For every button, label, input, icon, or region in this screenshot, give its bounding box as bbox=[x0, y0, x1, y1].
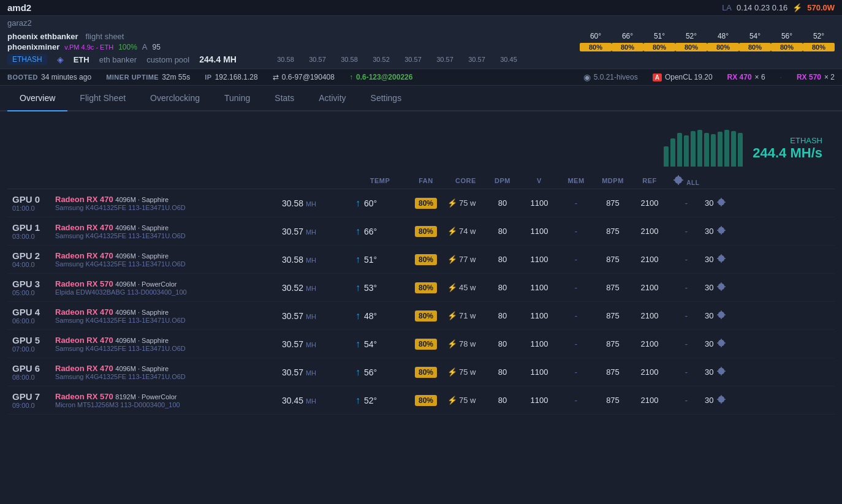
gpu-watt-cell: ⚡ 75 w bbox=[447, 367, 484, 377]
version-net: 0.6-123@200226 bbox=[356, 73, 412, 81]
gpu-mdpm-cell: - bbox=[668, 227, 705, 236]
gpu-temp-cell: ↑ 53° bbox=[355, 282, 404, 293]
gpu-settings-icon[interactable] bbox=[717, 339, 726, 349]
gpu-temp-cell: ↑ 51° bbox=[355, 254, 404, 265]
gpu-settings-icon[interactable] bbox=[717, 310, 726, 321]
total-hashrate: 244.4 MH bbox=[199, 55, 237, 64]
gpu-mem-v-cell: 2100 bbox=[631, 198, 668, 208]
rig-section: garaz2 phoenix ethbanker flight sheet 60… bbox=[0, 16, 842, 69]
uptime-item: MINER UPTIME 32m 55s bbox=[106, 73, 190, 81]
gpu-v-dpm-cell: - bbox=[558, 311, 594, 320]
phoenixminer-row: phoenixminer v.PM 4.9c - ETH 100% A 95 8… bbox=[0, 42, 842, 53]
gpu-id-cell: GPU 2 04:00.0 bbox=[12, 250, 55, 268]
eth-label: ETH bbox=[74, 55, 89, 64]
gpu-temp-cell: ↑ 48° bbox=[355, 310, 404, 322]
gpu-mh-0: 30.58 bbox=[270, 56, 302, 63]
gpu-id-cell: GPU 0 01:00.0 bbox=[12, 194, 55, 212]
gpu-temp-2: 51° bbox=[643, 31, 675, 41]
gpu-fan-badge-3: 80% bbox=[675, 43, 707, 51]
gpu-mh-cell: 30.58 MH bbox=[282, 198, 355, 208]
col-mdpm: MDPM bbox=[594, 177, 631, 184]
uptime-label: MINER UPTIME bbox=[106, 73, 159, 81]
booted-label: BOOTED bbox=[7, 73, 38, 81]
chart-bar-9 bbox=[724, 130, 729, 167]
gpu-fan-badge-5: 80% bbox=[739, 43, 771, 51]
gpu-mh-cell: 30.58 MH bbox=[282, 255, 355, 265]
chart-bar-5 bbox=[697, 130, 702, 167]
booted-val: 34 minutes ago bbox=[41, 73, 91, 81]
gpu-temp-cell: ↑ 60° bbox=[355, 198, 404, 209]
gpu-temp-6: 56° bbox=[771, 31, 803, 41]
gpu-watt-cell: ⚡ 75 w bbox=[447, 396, 484, 405]
gpu-mem-label: Elpida EDW4032BABG 113-D0003400_100 bbox=[55, 288, 282, 296]
tab-activity[interactable]: Activity bbox=[306, 86, 358, 111]
gpu-v-dpm-cell: - bbox=[558, 198, 594, 208]
gpu-mdpm-cell: - bbox=[668, 283, 705, 292]
rig-name-title: amd2 bbox=[7, 2, 31, 13]
gpu-mem-v-cell: 2100 bbox=[631, 255, 668, 264]
ip-item: IP 192.168.1.28 bbox=[205, 73, 257, 81]
hiveos-item: ◉ 5.0.21-hiveos bbox=[583, 72, 638, 82]
gpu-settings-icon[interactable] bbox=[717, 282, 726, 293]
gpu-mdpm-cell: - bbox=[668, 339, 705, 348]
gpu-mem-v-cell: 2100 bbox=[631, 339, 668, 348]
gpu-ref-cell: 30 bbox=[705, 395, 741, 405]
col-settings-all[interactable]: all bbox=[668, 175, 705, 186]
miner-full-name: phoenixminer bbox=[7, 42, 59, 51]
gpu-dpm-cell: 1100 bbox=[521, 339, 558, 348]
gpu-settings-icon[interactable] bbox=[717, 198, 726, 208]
table-row: GPU 5 07:00.0 Radeon RX 470 4096M · Sapp… bbox=[7, 330, 835, 358]
gpu-v-cell: 875 bbox=[594, 367, 631, 377]
col-mem: MEM bbox=[558, 177, 594, 184]
rx570-count: × 2 bbox=[824, 73, 835, 81]
gpu-ref-cell: 30 bbox=[705, 367, 741, 377]
gpu-core-cell: 80 bbox=[484, 367, 521, 377]
gpu-v-cell: 875 bbox=[594, 255, 631, 264]
chart-algo: ETHASH bbox=[753, 136, 822, 145]
gpu-v-dpm-cell: - bbox=[558, 227, 594, 236]
gpu-mh-3: 30.52 bbox=[365, 56, 397, 63]
gpu-settings-icon[interactable] bbox=[717, 395, 726, 405]
gpu-v-dpm-cell: - bbox=[558, 367, 594, 377]
gpu-ref-cell: 30 bbox=[705, 254, 741, 265]
chart-bar-4 bbox=[691, 131, 696, 167]
gpu-fan-badge-0: 80% bbox=[580, 43, 612, 51]
gpu-mh-cell: 30.57 MH bbox=[282, 339, 355, 349]
gpu-fan-cell: 80% bbox=[404, 283, 447, 292]
tab-settings[interactable]: Settings bbox=[358, 86, 414, 111]
gpu-fan-badge-1: 80% bbox=[612, 43, 643, 51]
tab-overview[interactable]: Overview bbox=[7, 86, 67, 111]
gpu-mem-v-cell: 2100 bbox=[631, 227, 668, 236]
gpu-fan-cell: 80% bbox=[404, 367, 447, 377]
gpu-watt-cell: ⚡ 45 w bbox=[447, 283, 484, 292]
tab-stats[interactable]: Stats bbox=[262, 86, 306, 111]
chart-bar-2 bbox=[677, 133, 682, 167]
nav-tabs: OverviewFlight SheetOverclockingTuningSt… bbox=[0, 86, 842, 111]
col-ref: REF bbox=[631, 177, 668, 184]
gpu-settings-icon[interactable] bbox=[717, 367, 726, 377]
hiveos-icon: ◉ bbox=[583, 72, 591, 82]
tab-flight-sheet[interactable]: Flight Sheet bbox=[67, 86, 138, 111]
tab-overclocking[interactable]: Overclocking bbox=[138, 86, 212, 111]
gpu-v-dpm-cell: - bbox=[558, 396, 594, 405]
gpu-settings-icon[interactable] bbox=[717, 226, 726, 236]
gpu-mem-label: Samsung K4G41325FE 113-1E3471U.O6D bbox=[55, 345, 282, 352]
temps-fans-section: 60°66°51°52°48°54°56°52° bbox=[131, 31, 835, 41]
accept-val: 95 bbox=[153, 43, 161, 51]
gpu-settings-icon[interactable] bbox=[717, 254, 726, 265]
gpu-temp-cell: ↑ 56° bbox=[355, 367, 404, 378]
rx570-item: RX 570 × 2 bbox=[797, 73, 835, 81]
gpu-dpm-cell: 1100 bbox=[521, 367, 558, 377]
net-val: 0.6-97@190408 bbox=[282, 73, 335, 81]
tab-tuning[interactable]: Tuning bbox=[212, 86, 262, 111]
gpu-temp-3: 52° bbox=[675, 31, 707, 41]
gpu-ref-cell: 30 bbox=[705, 310, 741, 321]
gpu-mh-1: 30.57 bbox=[302, 56, 333, 63]
rx470-label: RX 470 bbox=[727, 73, 752, 81]
gpu-mdpm-cell: - bbox=[668, 311, 705, 320]
gpu-dpm-cell: 1100 bbox=[521, 255, 558, 264]
gpu-mdpm-cell: - bbox=[668, 255, 705, 264]
ip-val: 192.168.1.28 bbox=[215, 73, 258, 81]
gpu-mem-label: Samsung K4G41325FE 113-1E3471U.O6D bbox=[55, 317, 282, 324]
amd-item: A OpenCL 19.20 bbox=[653, 73, 713, 81]
